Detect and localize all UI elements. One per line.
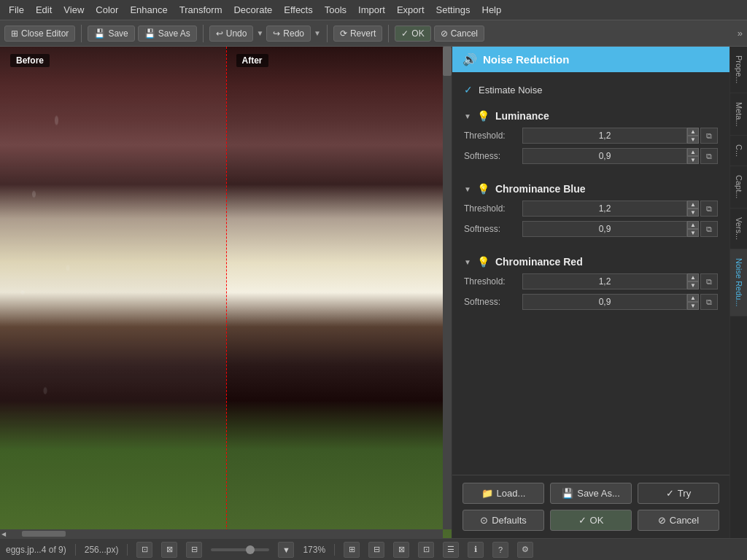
redo-dropdown[interactable]: ▼	[314, 29, 321, 37]
undo-icon: ↩	[216, 28, 223, 39]
chrominance-blue-threshold-label: Threshold:	[464, 203, 522, 214]
luminance-softness-copy[interactable]: ⧉	[700, 148, 718, 164]
save-button[interactable]: 💾 Save	[88, 26, 134, 42]
view-mode-4[interactable]: ⊡	[418, 542, 434, 558]
canvas-icon-btn[interactable]: ⊟	[186, 542, 202, 558]
cancel-button[interactable]: ⊘ Cancel	[434, 26, 484, 42]
chrominance-red-softness-down[interactable]: ▼	[687, 302, 699, 310]
menu-settings[interactable]: Settings	[430, 3, 476, 17]
sidebar-tab-captions[interactable]: Capt...	[730, 166, 747, 208]
view-mode-2[interactable]: ⊟	[368, 542, 384, 558]
panel-ok-icon: ✓	[578, 515, 587, 526]
crop-icon-btn[interactable]: ⊡	[136, 542, 152, 558]
menu-view[interactable]: View	[58, 3, 90, 17]
chrominance-red-threshold-copy[interactable]: ⧉	[700, 273, 718, 289]
zoom-thumb[interactable]	[246, 545, 255, 554]
chrominance-blue-icon: 💡	[477, 183, 489, 195]
undo-button[interactable]: ↩ Undo	[209, 26, 254, 42]
luminance-collapse-arrow[interactable]: ▼	[464, 112, 471, 120]
luminance-threshold-copy[interactable]: ⧉	[700, 128, 718, 144]
help-btn[interactable]: ?	[492, 542, 508, 558]
undo-dropdown[interactable]: ▼	[256, 29, 263, 37]
chrominance-blue-threshold-input[interactable]	[522, 201, 687, 217]
menu-tools[interactable]: Tools	[319, 3, 352, 17]
menu-help[interactable]: Help	[476, 3, 508, 17]
canvas-area[interactable]: Before After ◀	[0, 47, 452, 538]
zoom-value: 173%	[303, 545, 325, 555]
chrominance-red-softness-copy[interactable]: ⧉	[700, 294, 718, 310]
chrominance-blue-threshold-down[interactable]: ▼	[687, 209, 699, 217]
scroll-arrow-left[interactable]: ◀	[0, 529, 7, 539]
view-mode-1[interactable]: ⊞	[344, 542, 360, 558]
try-button[interactable]: ✓ Try	[638, 483, 719, 504]
scale-icon-btn[interactable]: ⊠	[161, 542, 177, 558]
chrominance-blue-softness-input[interactable]	[522, 221, 687, 237]
menu-transform[interactable]: Transform	[174, 3, 228, 17]
luminance-section-header: ▼ 💡 Luminance	[452, 104, 729, 125]
canvas-scrollbar-vertical[interactable]	[443, 47, 452, 529]
chrominance-blue-softness-copy[interactable]: ⧉	[700, 221, 718, 237]
sidebar-tab-meta[interactable]: Meta...	[730, 93, 747, 136]
settings-btn[interactable]: ⚙	[517, 542, 533, 558]
chrominance-blue-softness-up[interactable]: ▲	[687, 221, 699, 229]
panel-cancel-icon: ⊘	[658, 515, 666, 526]
view-mode-3[interactable]: ⊠	[393, 542, 409, 558]
chrominance-blue-collapse-arrow[interactable]: ▼	[464, 185, 471, 193]
panel-ok-button[interactable]: ✓ OK	[550, 510, 632, 531]
view-mode-5[interactable]: ☰	[443, 542, 459, 558]
luminance-softness-up[interactable]: ▲	[687, 148, 699, 156]
menu-export[interactable]: Export	[391, 3, 430, 17]
luminance-softness-down[interactable]: ▼	[687, 156, 699, 164]
chrominance-red-threshold-input[interactable]	[522, 273, 687, 289]
menu-enhance[interactable]: Enhance	[124, 3, 173, 17]
chrominance-blue-softness-row: Softness: ▲ ▼ ⧉	[464, 221, 718, 237]
sidebar-tab-c[interactable]: C...	[730, 136, 747, 166]
save-icon: 💾	[94, 28, 105, 39]
chrominance-red-threshold-up[interactable]: ▲	[687, 273, 699, 281]
luminance-icon: 💡	[477, 110, 489, 122]
chrominance-blue-threshold-copy[interactable]: ⧉	[700, 201, 718, 217]
scrollbar-thumb-horizontal[interactable]	[22, 531, 66, 537]
save-as-button[interactable]: 💾 Save As	[138, 26, 197, 42]
zoom-dropdown[interactable]: ▼	[278, 542, 294, 558]
canvas-scrollbar-horizontal[interactable]: ◀	[0, 529, 443, 538]
luminance-softness-input[interactable]	[522, 148, 687, 164]
footer-row-2: ⊙ Defaults ✓ OK ⊘ Cancel	[462, 510, 719, 531]
chrominance-red-collapse-arrow[interactable]: ▼	[464, 258, 471, 266]
info-btn[interactable]: ℹ	[468, 542, 484, 558]
chrominance-blue-softness-down[interactable]: ▼	[687, 229, 699, 237]
menu-edit[interactable]: Edit	[30, 3, 58, 17]
panel-cancel-button[interactable]: ⊘ Cancel	[638, 510, 719, 531]
sidebar-tab-versions[interactable]: Vers...	[730, 209, 747, 249]
revert-button[interactable]: ⟳ Revert	[333, 26, 382, 42]
menu-color[interactable]: Color	[90, 3, 124, 17]
toolbar-separator-3	[327, 25, 328, 42]
toolbar-separator-1	[81, 25, 82, 42]
defaults-icon: ⊙	[480, 515, 488, 526]
defaults-button[interactable]: ⊙ Defaults	[462, 510, 544, 531]
sidebar-tab-properties[interactable]: Prope...	[730, 47, 747, 93]
chrominance-red-softness-up[interactable]: ▲	[687, 294, 699, 302]
luminance-threshold-up[interactable]: ▲	[687, 128, 699, 136]
split-line[interactable]	[226, 47, 227, 538]
chrominance-red-threshold-down[interactable]: ▼	[687, 281, 699, 289]
ok-button[interactable]: ✓ OK	[395, 26, 430, 42]
load-button[interactable]: 📁 Load...	[462, 483, 544, 504]
chrominance-blue-threshold-up[interactable]: ▲	[687, 201, 699, 209]
close-editor-button[interactable]: ⊞ Close Editor	[4, 26, 75, 42]
luminance-threshold-input[interactable]	[522, 128, 687, 144]
menu-file[interactable]: File	[3, 3, 30, 17]
sidebar-tab-noise-reduction[interactable]: Noise Redu...	[730, 249, 747, 316]
footer-save-as-button[interactable]: 💾 Save As...	[550, 483, 632, 504]
estimate-noise-check[interactable]: ✓	[464, 84, 473, 96]
redo-button[interactable]: ↪ Redo	[266, 26, 311, 42]
menu-import[interactable]: Import	[352, 3, 391, 17]
menu-decorate[interactable]: Decorate	[228, 3, 278, 17]
chrominance-red-softness-input[interactable]	[522, 294, 687, 310]
scrollbar-thumb-vertical[interactable]	[443, 47, 452, 76]
chrominance-blue-softness-label: Softness:	[464, 224, 522, 234]
toolbar-more[interactable]: »	[738, 28, 743, 39]
zoom-slider[interactable]	[211, 548, 269, 551]
luminance-threshold-down[interactable]: ▼	[687, 136, 699, 144]
menu-effects[interactable]: Effects	[278, 3, 319, 17]
